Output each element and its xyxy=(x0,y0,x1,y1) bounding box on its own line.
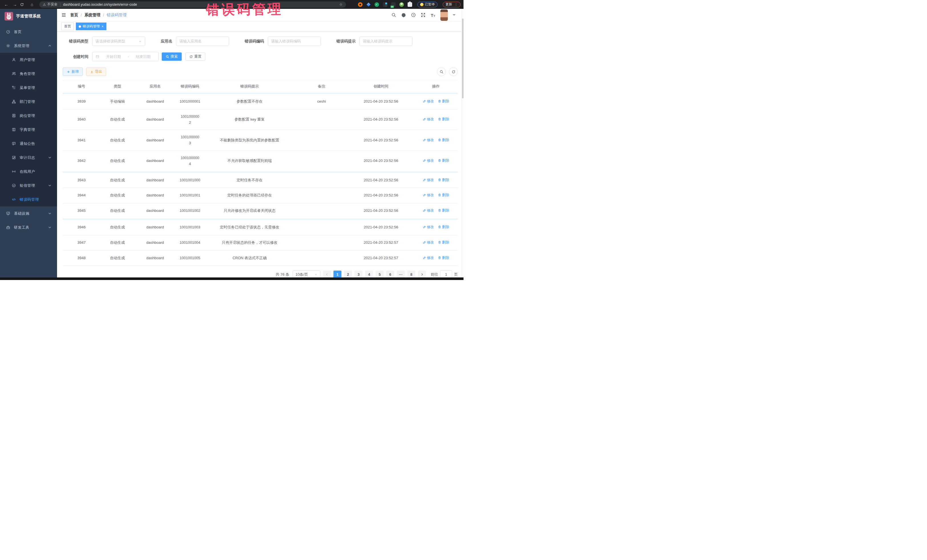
edit-link[interactable]: 修改 xyxy=(423,137,434,143)
sidebar-item-sms[interactable]: 短信管理 xyxy=(0,179,57,193)
user-avatar[interactable] xyxy=(441,9,448,21)
export-button[interactable]: 导出 xyxy=(86,68,106,76)
tag-error-code[interactable]: 错误码管理 × xyxy=(76,23,106,30)
edit-link[interactable]: 修改 xyxy=(423,177,434,183)
sidebar-item-role[interactable]: 角色管理 xyxy=(0,67,57,81)
goto-page-input[interactable] xyxy=(440,270,452,278)
delete-link[interactable]: 删除 xyxy=(438,208,449,213)
tag-close-icon[interactable]: × xyxy=(102,25,103,28)
error-code-input[interactable] xyxy=(271,39,318,43)
edit-link[interactable]: 修改 xyxy=(423,116,434,122)
sidebar-item-online[interactable]: 在线用户 xyxy=(0,164,57,179)
extension-grid-icon[interactable] xyxy=(383,2,388,7)
browser-menu-dots-icon[interactable]: ⋮ xyxy=(454,3,458,6)
browser-home-icon[interactable]: ⌂ xyxy=(29,2,35,7)
sidebar-item-notice[interactable]: 通知公告 xyxy=(0,137,57,150)
edit-link[interactable]: 修改 xyxy=(423,208,434,213)
address-bar[interactable]: ⚠ 不安全 | dashboard.yudao.iocoder.cn/syste… xyxy=(40,2,346,8)
delete-link[interactable]: 删除 xyxy=(438,224,449,230)
extensions-puzzle-icon[interactable] xyxy=(407,2,412,7)
create-time-range-picker[interactable]: 开始日期 - 结束日期 xyxy=(92,52,159,61)
page-button-4[interactable]: 4 xyxy=(365,270,373,278)
delete-link[interactable]: 删除 xyxy=(438,137,449,143)
browser-back-icon[interactable]: ← xyxy=(3,2,10,7)
edit-link[interactable]: 修改 xyxy=(423,192,434,198)
delete-link[interactable]: 删除 xyxy=(438,255,449,261)
extension-orange-icon[interactable] xyxy=(358,2,363,7)
edit-link[interactable]: 修改 xyxy=(423,255,434,261)
page-ellipsis[interactable]: ··· xyxy=(397,270,405,278)
page-button-8[interactable]: 8 xyxy=(407,270,415,278)
search-button-label: 搜索 xyxy=(170,54,178,59)
cell-id: 3940 xyxy=(63,109,100,130)
sidebar-logo-row[interactable]: 芋道管理系统 xyxy=(0,9,57,24)
not-secure-warning-icon[interactable]: ⚠ 不安全 xyxy=(43,2,58,7)
sidebar-item-system[interactable]: 系统管理 xyxy=(0,39,57,53)
edit-link[interactable]: 修改 xyxy=(423,99,434,104)
menu-tree-icon xyxy=(12,85,16,90)
delete-link[interactable]: 删除 xyxy=(438,177,449,183)
tag-active-dot xyxy=(79,25,81,28)
show-search-toggle-button[interactable] xyxy=(437,67,446,76)
delete-link[interactable]: 删除 xyxy=(438,240,449,245)
tag-home[interactable]: 首页 xyxy=(61,23,74,30)
page-scrollbar[interactable] xyxy=(462,9,464,278)
edit-icon xyxy=(423,117,426,121)
breadcrumb-system[interactable]: 系统管理 xyxy=(84,12,100,18)
sidebar-item-menu[interactable]: 菜单管理 xyxy=(0,81,57,95)
url-text[interactable]: dashboard.yudao.iocoder.cn/system/error-… xyxy=(63,3,337,6)
page-button-3[interactable]: 3 xyxy=(354,270,363,278)
paused-profile-chip[interactable]: 已暂停 xyxy=(417,2,438,8)
fullscreen-icon[interactable] xyxy=(421,12,426,17)
bookmark-star-icon[interactable]: ☆ xyxy=(339,2,343,6)
reset-button[interactable]: 重置 xyxy=(185,52,205,61)
user-menu-caret-icon[interactable] xyxy=(453,14,456,17)
refresh-table-button[interactable] xyxy=(449,67,458,76)
edit-link[interactable]: 修改 xyxy=(423,158,434,163)
help-icon[interactable]: ? xyxy=(411,12,416,17)
next-page-button[interactable] xyxy=(418,270,426,278)
page-button-6[interactable]: 6 xyxy=(386,270,394,278)
delete-link[interactable]: 删除 xyxy=(438,116,449,122)
extension-person-icon[interactable] xyxy=(399,2,404,7)
delete-link[interactable]: 删除 xyxy=(438,192,449,198)
error-msg-input[interactable] xyxy=(363,39,409,43)
edit-link[interactable]: 修改 xyxy=(423,224,434,230)
sidebar-item-infra[interactable]: 基础设施 xyxy=(0,206,57,220)
update-button[interactable]: 更新 ⋮ xyxy=(443,2,460,8)
page-size-select[interactable]: 10条/页 xyxy=(293,270,320,278)
extension-gem-icon[interactable] xyxy=(366,2,371,7)
edit-icon xyxy=(423,138,426,142)
page-button-1[interactable]: 1 xyxy=(333,270,342,278)
sidebar-item-tool[interactable]: 研发工具 xyxy=(0,220,57,234)
header-search-icon[interactable] xyxy=(391,12,396,17)
extension-check-icon[interactable]: ✓ xyxy=(374,2,379,7)
hamburger-icon[interactable] xyxy=(61,12,66,17)
sidebar-item-home[interactable]: 首页 xyxy=(0,25,57,39)
scrollbar-thumb[interactable] xyxy=(462,18,464,99)
page-button-5[interactable]: 5 xyxy=(375,270,384,278)
search-button[interactable]: 搜索 xyxy=(162,52,182,61)
add-button[interactable]: 新增 xyxy=(63,68,83,76)
prev-page-button[interactable] xyxy=(323,270,331,278)
sidebar-item-dept[interactable]: 部门管理 xyxy=(0,95,57,109)
sidebar-item-post[interactable]: 岗位管理 xyxy=(0,109,57,123)
sidebar-item-errcode[interactable]: 错误码管理 xyxy=(0,193,57,206)
breadcrumb-home[interactable]: 首页 xyxy=(70,12,78,18)
browser-forward-icon[interactable]: → xyxy=(11,2,18,7)
extension-on-icon[interactable]: on xyxy=(391,2,396,7)
page-button-2[interactable]: 2 xyxy=(344,270,352,278)
delete-link[interactable]: 删除 xyxy=(438,158,449,163)
delete-link[interactable]: 删除 xyxy=(438,99,449,104)
edit-icon xyxy=(423,209,426,212)
error-type-select[interactable]: 请选择错误码类型 xyxy=(92,36,145,46)
sidebar-item-user[interactable]: 用户管理 xyxy=(0,53,57,67)
font-size-icon[interactable]: TT xyxy=(430,12,436,18)
app-name-input[interactable] xyxy=(179,39,226,43)
github-icon[interactable] xyxy=(401,12,406,18)
sidebar-item-log[interactable]: 审计日志 xyxy=(0,150,57,164)
sidebar-item-dict[interactable]: 字典管理 xyxy=(0,123,57,137)
browser-reload-icon[interactable] xyxy=(20,3,27,6)
sidebar-item-label: 通知公告 xyxy=(20,141,35,146)
edit-link[interactable]: 修改 xyxy=(423,240,434,245)
